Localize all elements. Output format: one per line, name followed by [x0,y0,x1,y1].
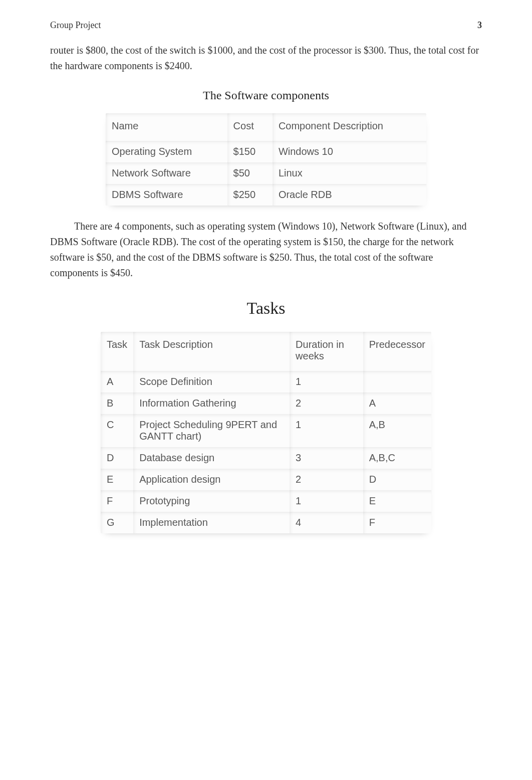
col-name: Name [106,113,227,141]
cell-dur: 1 [290,371,363,393]
cell-task: A [101,371,133,393]
cell-task: F [101,490,133,512]
table-row: E Application design 2 D [101,469,431,490]
tasks-table: Task Task Description Duration in weeks … [101,332,431,533]
cell-name: Network Software [106,162,227,184]
table-row: C Project Scheduling 9PERT and GANTT cha… [101,414,431,447]
cell-pred: A,B [363,414,431,447]
cell-desc: Implementation [133,512,290,533]
cell-pred: A,B,C [363,447,431,469]
table-row: F Prototyping 1 E [101,490,431,512]
table-row: A Scope Definition 1 [101,371,431,393]
cell-task: C [101,414,133,447]
cell-name: Operating System [106,141,227,162]
software-table: Name Cost Component Description Operatin… [106,113,426,206]
cell-pred: D [363,469,431,490]
cell-task: B [101,393,133,414]
page-number: 3 [477,20,482,31]
table-row: Network Software $50 Linux [106,162,426,184]
paragraph-hardware-cost: router is $800, the cost of the switch i… [50,43,482,74]
table-header-row: Task Task Description Duration in weeks … [101,332,431,371]
col-duration: Duration in weeks [290,332,363,371]
cell-dur: 3 [290,447,363,469]
cell-desc: Windows 10 [273,141,426,162]
col-task: Task [101,332,133,371]
cell-pred: F [363,512,431,533]
cell-desc: Project Scheduling 9PERT and GANTT chart… [133,414,290,447]
cell-pred: E [363,490,431,512]
software-section-title: The Software components [50,89,482,102]
cell-name: DBMS Software [106,184,227,206]
cell-desc: Information Gathering [133,393,290,414]
cell-pred [363,371,431,393]
table-row: DBMS Software $250 Oracle RDB [106,184,426,206]
cell-task: D [101,447,133,469]
cell-dur: 1 [290,414,363,447]
table-row: D Database design 3 A,B,C [101,447,431,469]
cell-dur: 2 [290,393,363,414]
table-row: G Implementation 4 F [101,512,431,533]
cell-dur: 1 [290,490,363,512]
tasks-section-title: Tasks [50,299,482,318]
cell-desc: Application design [133,469,290,490]
cell-desc: Scope Definition [133,371,290,393]
col-desc: Component Description [273,113,426,141]
table-row: B Information Gathering 2 A [101,393,431,414]
cell-pred: A [363,393,431,414]
cell-cost: $250 [227,184,273,206]
cell-cost: $50 [227,162,273,184]
cell-desc: Prototyping [133,490,290,512]
cell-task: E [101,469,133,490]
paragraph-software-cost: There are 4 components, such as operatin… [50,219,482,281]
cell-dur: 4 [290,512,363,533]
page-header: Group Project 3 [50,20,482,31]
col-predecessor: Predecessor [363,332,431,371]
col-cost: Cost [227,113,273,141]
cell-desc: Linux [273,162,426,184]
table-row: Operating System $150 Windows 10 [106,141,426,162]
cell-task: G [101,512,133,533]
cell-dur: 2 [290,469,363,490]
cell-desc: Oracle RDB [273,184,426,206]
table-header-row: Name Cost Component Description [106,113,426,141]
cell-cost: $150 [227,141,273,162]
doc-title: Group Project [50,20,101,31]
cell-desc: Database design [133,447,290,469]
col-task-desc: Task Description [133,332,290,371]
